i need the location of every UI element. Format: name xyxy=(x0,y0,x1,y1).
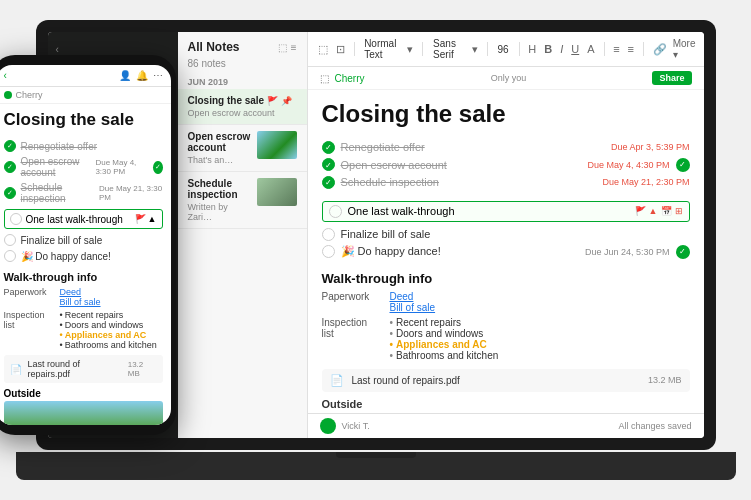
phone-bill-link[interactable]: Bill of sale xyxy=(60,297,163,307)
note-item-escrow[interactable]: Open escrow account That's an… xyxy=(178,125,307,172)
phone-paperwork-row: Paperwork Deed Bill of sale xyxy=(4,287,163,307)
phone-icons: 👤 🔔 ⋯ xyxy=(119,70,163,81)
phone-check-current[interactable] xyxy=(10,213,22,225)
phone-notebook: Cherry xyxy=(0,87,171,104)
underline-button[interactable]: U xyxy=(569,42,581,56)
footer-saved: All changes saved xyxy=(618,421,691,431)
phone-notebook-name: Cherry xyxy=(16,90,43,100)
deed-link[interactable]: Deed xyxy=(390,291,690,302)
collapse-icon[interactable]: ‹ xyxy=(56,44,59,55)
thumbnail-image xyxy=(257,131,297,159)
font-select[interactable]: Sans Serif xyxy=(430,37,466,61)
task-checkbox-4[interactable] xyxy=(322,228,335,241)
notes-date-group: JUN 2019 xyxy=(178,73,307,89)
phone-task-3: Schedule inspection Due May 21, 3:30 PM xyxy=(4,180,163,206)
note-meta: ⬚ Cherry Only you Share xyxy=(308,67,704,90)
format-select[interactable]: Normal Text xyxy=(361,37,401,61)
attachment-name[interactable]: Last round of repairs.pdf xyxy=(352,375,460,386)
bell-task-icon[interactable]: ▲ xyxy=(649,206,658,216)
phone-person-icon[interactable]: 👤 xyxy=(119,70,131,81)
phone-bell-task-icon[interactable]: ▲ xyxy=(148,214,157,224)
chevron-down-icon[interactable]: ▾ xyxy=(405,42,415,57)
phone-more-icon[interactable]: ⋯ xyxy=(153,70,163,81)
heading-icon[interactable]: Η xyxy=(526,42,538,56)
phone-back-icon[interactable]: ‹ xyxy=(4,70,7,81)
task-checkbox-2[interactable] xyxy=(322,158,335,171)
inspection-item-3: Appliances and AC xyxy=(390,339,690,350)
task-text-current: One last walk-through xyxy=(348,205,455,217)
phone-bell-icon[interactable]: 🔔 xyxy=(136,70,148,81)
walkthrough-title: Walk-through info xyxy=(322,271,690,286)
more-options[interactable]: More ▾ xyxy=(673,38,696,60)
inspection-item-1: Recent repairs xyxy=(390,317,690,328)
inspection-item-2: Doors and windows xyxy=(390,328,690,339)
phone-note-title: Closing the sale xyxy=(4,110,163,130)
phone-attachment: 📄 Last round of repairs.pdf 13.2 MB xyxy=(4,355,163,383)
sort-icon[interactable]: ≡ xyxy=(291,42,297,53)
outdent-icon[interactable]: ≡ xyxy=(626,42,636,56)
footer-user: Vicki T. xyxy=(342,421,370,431)
note-editor[interactable]: Closing the sale Renegotiate offer Due A… xyxy=(308,90,704,413)
note-title: Closing the sale xyxy=(322,100,690,129)
phone-check-3[interactable] xyxy=(4,187,16,199)
task-current: One last walk-through 🚩 ▲ 📅 ⊞ xyxy=(322,201,690,222)
phone-check-2[interactable] xyxy=(4,161,16,173)
link-icon[interactable]: 🔗 xyxy=(651,42,669,57)
bold-button[interactable]: B xyxy=(542,42,554,56)
inspection-content: Recent repairs Doors and windows Applian… xyxy=(390,317,690,361)
task-badge-5: ✓ xyxy=(676,245,690,259)
notebook-name[interactable]: Cherry xyxy=(335,73,365,84)
phone-insp-1: Recent repairs xyxy=(60,310,163,320)
indent-icon[interactable]: ≡ xyxy=(611,42,621,56)
phone-flag-icon[interactable]: 🚩 xyxy=(135,214,146,224)
toolbar: ⬚ ⊡ Normal Text ▾ Sans Serif ▾ 96 Η B I xyxy=(308,32,704,67)
inspection-item-4: Bathrooms and kitchen xyxy=(390,350,690,361)
phone-deed-link[interactable]: Deed xyxy=(60,287,163,297)
phone-current-task: One last walk-through 🚩 ▲ xyxy=(4,209,163,229)
thumbnail-image-2 xyxy=(257,178,297,206)
filter-icon[interactable]: ⬚ xyxy=(278,42,287,53)
note-item-subtitle: Open escrow account xyxy=(188,108,297,118)
phone-task-4: Finalize bill of sale xyxy=(4,232,163,248)
flag-task-icon[interactable]: 🚩 xyxy=(635,206,646,216)
note-item-closing[interactable]: Closing the sale 🚩 📌 Open escrow account xyxy=(178,89,307,125)
phone-insp-2: Doors and windows xyxy=(60,320,163,330)
flag-icon: 🚩 xyxy=(267,96,278,106)
forward-toolbar-icon[interactable]: ⊡ xyxy=(334,42,347,57)
phone-check-4[interactable] xyxy=(4,234,16,246)
phone-outside-image xyxy=(4,401,163,425)
phone-attach-size: 13.2 MB xyxy=(128,360,157,378)
phone-task-icons: 🚩 ▲ xyxy=(135,214,157,224)
task-checkbox-5[interactable] xyxy=(322,245,335,258)
note-title-2: Open escrow account xyxy=(188,131,253,153)
remaining-task-list: Finalize bill of sale 🎉 Do happy dance! … xyxy=(322,226,690,261)
task-finalize: Finalize bill of sale xyxy=(322,226,690,243)
color-button[interactable]: A xyxy=(585,42,596,56)
phone-check-5[interactable] xyxy=(4,250,16,262)
font-size[interactable]: 96 xyxy=(495,43,512,56)
italic-button[interactable]: I xyxy=(558,42,565,56)
calendar-task-icon[interactable]: 📅 xyxy=(661,206,672,216)
task-badge-2: ✓ xyxy=(676,158,690,172)
phone-task-text-1: Renegotiate offer xyxy=(21,141,98,152)
note-item-inspection[interactable]: Schedule inspection Written by Zari… xyxy=(178,172,307,229)
back-toolbar-icon[interactable]: ⬚ xyxy=(316,42,330,57)
font-chevron-icon[interactable]: ▾ xyxy=(470,42,480,57)
task-text-5: 🎉 Do happy dance! xyxy=(341,245,441,258)
phone-check-1[interactable] xyxy=(4,140,16,152)
phone-due-3: Due May 21, 3:30 PM xyxy=(99,184,163,202)
share-status: Only you xyxy=(491,73,527,83)
attachment: 📄 Last round of repairs.pdf 13.2 MB xyxy=(322,369,690,392)
bill-link[interactable]: Bill of sale xyxy=(390,302,690,313)
task-checkbox-current[interactable] xyxy=(329,205,342,218)
phone-task-text-3: Schedule inspection xyxy=(21,182,94,204)
note-title-3: Schedule inspection xyxy=(188,178,253,200)
assign-task-icon[interactable]: ⊞ xyxy=(675,206,683,216)
task-checkbox-3[interactable] xyxy=(322,176,335,189)
phone-attach-name[interactable]: Last round of repairs.pdf xyxy=(28,359,122,379)
notes-actions: ⬚ ≡ xyxy=(278,42,297,53)
phone-topbar: ‹ 👤 🔔 ⋯ xyxy=(0,65,171,87)
share-button[interactable]: Share xyxy=(652,71,691,85)
task-checkbox-1[interactable] xyxy=(322,141,335,154)
phone-task-current-text: One last walk-through xyxy=(26,214,123,225)
